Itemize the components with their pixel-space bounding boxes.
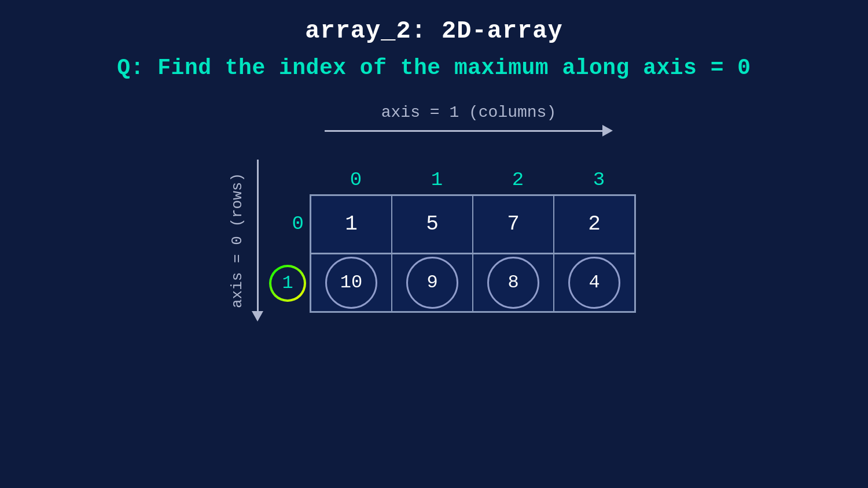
row-header-0: 0 — [269, 213, 310, 235]
axis0-line — [257, 160, 259, 311]
table-row-cells-1: 10 9 8 4 — [310, 254, 636, 313]
axis0-container: axis = 0 (rows) — [229, 148, 263, 333]
cell-1-2: 8 — [473, 254, 554, 312]
cell-0-2: 7 — [473, 195, 554, 253]
axis0-arrowhead-icon — [252, 311, 263, 321]
row-header-1-circle: 1 — [269, 265, 306, 302]
main-row: axis = 0 (rows) 0 1 2 3 0 1 — [229, 148, 639, 333]
cell-circle-1: 9 — [406, 257, 458, 309]
axis0-arrow-container — [252, 160, 263, 321]
table-row: 1 10 9 8 4 — [269, 254, 636, 313]
axis1-line — [325, 130, 602, 132]
cell-circle-2: 8 — [487, 257, 539, 309]
title: array_2: 2D-array — [305, 17, 562, 45]
col-header-1: 1 — [396, 169, 477, 191]
table-row-cells-0: 1 5 7 2 — [310, 194, 636, 254]
axis1-label: axis = 1 (columns) — [381, 103, 556, 121]
question: Q: Find the index of the maximum along a… — [117, 56, 751, 80]
grid-container: 0 1 2 3 0 1 5 7 2 1 — [269, 169, 639, 313]
col-header-0: 0 — [315, 169, 396, 191]
diagram-area: axis = 1 (columns) axis = 0 (rows) 0 1 2… — [229, 103, 639, 333]
col-header-2: 2 — [477, 169, 558, 191]
col-header-3: 3 — [558, 169, 639, 191]
cell-0-1: 5 — [392, 195, 473, 253]
data-rows: 0 1 5 7 2 1 10 — [269, 194, 636, 313]
cell-0-0: 1 — [311, 195, 392, 253]
table-row: 0 1 5 7 2 — [269, 194, 636, 254]
col-headers: 0 1 2 3 — [315, 169, 639, 191]
cell-0-3: 2 — [554, 195, 635, 253]
cell-1-3: 4 — [554, 254, 635, 312]
cell-1-1: 9 — [392, 254, 473, 312]
cell-circle-0: 10 — [325, 257, 377, 309]
cell-circle-3: 4 — [568, 257, 620, 309]
axis1-arrow — [325, 125, 613, 136]
cell-1-0: 10 — [311, 254, 392, 312]
axis0-label: axis = 0 (rows) — [229, 173, 246, 308]
axis1-arrowhead-icon — [602, 125, 613, 136]
axis1-container: axis = 1 (columns) — [325, 103, 613, 136]
